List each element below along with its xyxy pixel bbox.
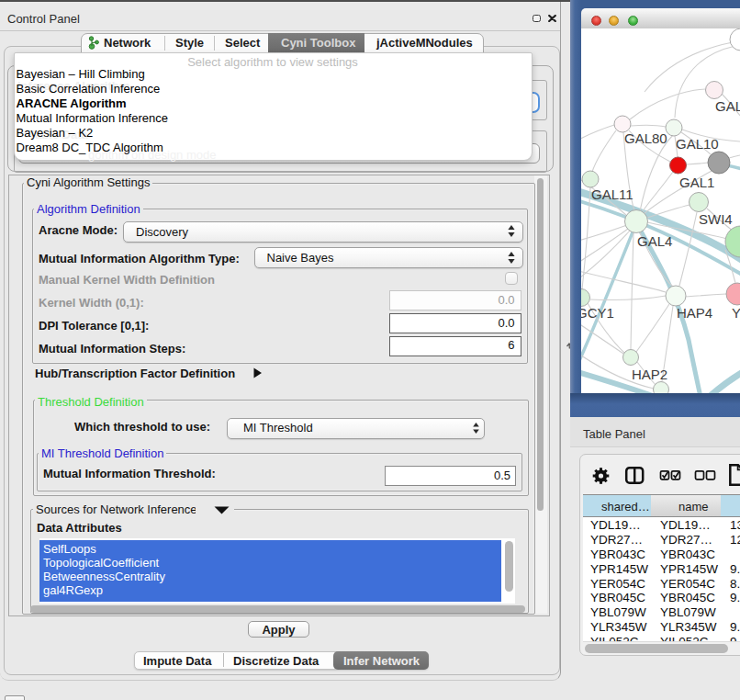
svg-text:HAP2: HAP2 bbox=[632, 367, 667, 382]
svg-text:SWI4: SWI4 bbox=[699, 211, 733, 227]
svg-text:GAL7: GAL7 bbox=[715, 98, 740, 114]
svg-text:Y: Y bbox=[732, 305, 740, 321]
svg-text:HAP4: HAP4 bbox=[677, 305, 712, 321]
svg-text:GAL4: GAL4 bbox=[637, 233, 672, 249]
svg-text:GAL10: GAL10 bbox=[676, 136, 719, 152]
svg-text:GCY1: GCY1 bbox=[581, 305, 614, 321]
svg-text:GAL11: GAL11 bbox=[591, 186, 633, 202]
svg-text:GAL1: GAL1 bbox=[679, 175, 714, 190]
svg-text:GAL80: GAL80 bbox=[624, 130, 667, 146]
